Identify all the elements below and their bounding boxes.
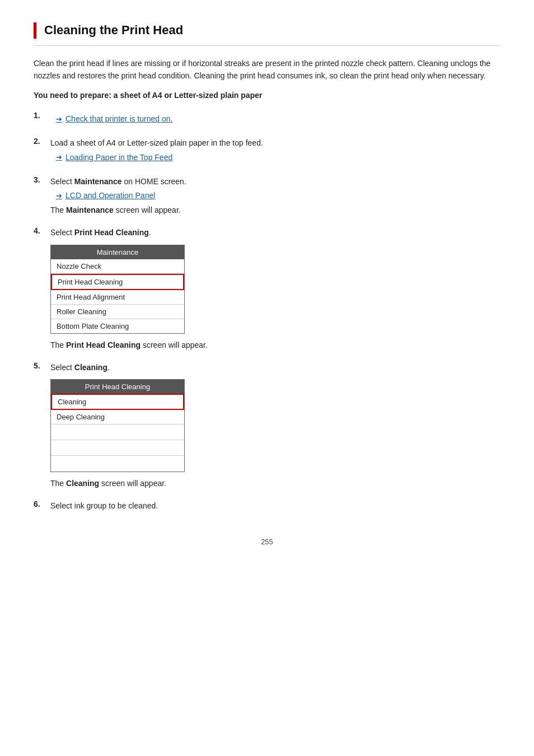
step-6-number: 6. <box>34 500 50 508</box>
menu-item-print-head-cleaning[interactable]: Print Head Cleaning <box>51 274 184 290</box>
arrow-icon-2: ➔ <box>56 153 62 161</box>
step-5-note-post: screen will appear. <box>99 479 166 488</box>
step-3-note-bold: Maintenance <box>66 206 114 214</box>
menu-item-print-head-alignment[interactable]: Print Head Alignment <box>51 290 184 305</box>
step-2-link[interactable]: ➔ Loading Paper in the Top Feed <box>56 153 500 162</box>
menu-item-bottom-plate-cleaning[interactable]: Bottom Plate Cleaning <box>51 319 184 333</box>
menu-item-roller-cleaning[interactable]: Roller Cleaning <box>51 305 184 319</box>
step-4-note-pre: The <box>50 340 66 349</box>
step-4-note-post: screen will appear. <box>140 340 208 349</box>
step-3-note: The Maintenance screen will appear. <box>50 204 500 216</box>
step-4-text: Select Print Head Cleaning. <box>50 226 500 239</box>
arrow-icon-3: ➔ <box>56 192 62 200</box>
step-5-text-post: . <box>107 363 110 372</box>
menu-item-deep-cleaning[interactable]: Deep Cleaning <box>51 410 184 424</box>
step-2-content: Load a sheet of A4 or Letter-sized plain… <box>50 137 500 165</box>
step-2: 2. Load a sheet of A4 or Letter-sized pl… <box>34 137 500 165</box>
step-5-number: 5. <box>34 361 50 370</box>
step-1-link-text: Check that printer is turned on. <box>65 114 172 123</box>
step-4-note-bold: Print Head Cleaning <box>66 340 140 349</box>
print-head-cleaning-menu: Print Head Cleaning Cleaning Deep Cleani… <box>50 379 185 472</box>
step-4-text-post: . <box>149 228 151 237</box>
step-3-text-pre: Select <box>50 177 74 186</box>
step-4-text-bold: Print Head Cleaning <box>74 228 149 237</box>
step-3-note-post: screen will appear. <box>114 206 181 214</box>
step-5: 5. Select Cleaning. Print Head Cleaning … <box>34 361 500 489</box>
menu-item-empty-3 <box>51 456 184 472</box>
step-2-number: 2. <box>34 137 50 146</box>
header-accent-bar <box>34 22 36 39</box>
maintenance-menu: Maintenance Nozzle Check Print Head Clea… <box>50 245 185 334</box>
step-4: 4. Select Print Head Cleaning. Maintenan… <box>34 226 500 351</box>
step-5-note-bold: Cleaning <box>66 479 99 488</box>
menu-item-cleaning[interactable]: Cleaning <box>51 394 184 410</box>
step-6-content: Select ink group to be cleaned. <box>50 500 500 515</box>
step-3: 3. Select Maintenance on HOME screen. ➔ … <box>34 175 500 216</box>
step-6: 6. Select ink group to be cleaned. <box>34 500 500 515</box>
print-head-cleaning-menu-title: Print Head Cleaning <box>51 380 184 394</box>
step-1-link[interactable]: ➔ Check that printer is turned on. <box>56 114 500 123</box>
step-4-content: Select Print Head Cleaning. Maintenance … <box>50 226 500 351</box>
step-3-number: 3. <box>34 175 50 184</box>
step-5-content: Select Cleaning. Print Head Cleaning Cle… <box>50 361 500 489</box>
step-5-text-bold: Cleaning <box>74 363 107 372</box>
step-5-note-pre: The <box>50 479 66 488</box>
step-4-text-pre: Select <box>50 228 74 237</box>
maintenance-menu-title: Maintenance <box>51 245 184 259</box>
step-3-text-post: on HOME screen. <box>122 177 186 186</box>
menu-item-nozzle-check[interactable]: Nozzle Check <box>51 259 184 274</box>
step-3-content: Select Maintenance on HOME screen. ➔ LCD… <box>50 175 500 216</box>
intro-text: Clean the print head if lines are missin… <box>34 57 500 82</box>
step-5-text-pre: Select <box>50 363 74 372</box>
step-6-text: Select ink group to be cleaned. <box>50 500 500 512</box>
step-3-text: Select Maintenance on HOME screen. <box>50 175 500 188</box>
step-3-text-bold: Maintenance <box>74 177 122 186</box>
step-5-text: Select Cleaning. <box>50 361 500 374</box>
step-2-link-text: Loading Paper in the Top Feed <box>65 153 172 162</box>
arrow-icon-1: ➔ <box>56 115 62 123</box>
step-4-note: The Print Head Cleaning screen will appe… <box>50 339 500 351</box>
step-3-note-pre: The <box>50 206 66 214</box>
step-4-number: 4. <box>34 226 50 235</box>
step-1-number: 1. <box>34 111 50 120</box>
page-title: Cleaning the Print Head <box>44 22 183 39</box>
menu-item-empty-2 <box>51 440 184 456</box>
step-3-link-text: LCD and Operation Panel <box>65 191 155 200</box>
step-1-content: ➔ Check that printer is turned on. <box>50 111 500 127</box>
menu-item-empty-1 <box>51 424 184 440</box>
step-3-link[interactable]: ➔ LCD and Operation Panel <box>56 191 500 200</box>
step-2-text: Load a sheet of A4 or Letter-sized plain… <box>50 137 500 149</box>
page-number: 255 <box>34 538 500 546</box>
steps-list: 1. ➔ Check that printer is turned on. 2.… <box>34 111 500 515</box>
page-header: Cleaning the Print Head <box>34 22 500 46</box>
step-5-note: The Cleaning screen will appear. <box>50 478 500 489</box>
prepare-note: You need to prepare: a sheet of A4 or Le… <box>34 91 500 100</box>
step-1: 1. ➔ Check that printer is turned on. <box>34 111 500 127</box>
